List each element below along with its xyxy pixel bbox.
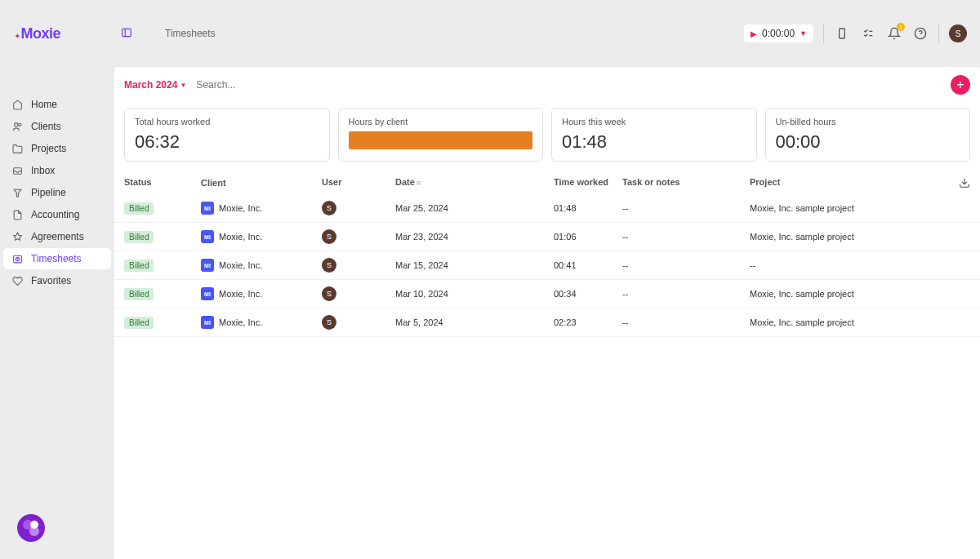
sidebar-item-accounting[interactable]: Accounting — [3, 204, 111, 225]
sidebar-item-inbox[interactable]: Inbox — [3, 160, 111, 181]
th-status[interactable]: Status — [124, 177, 201, 189]
cell-task: -- — [622, 232, 750, 242]
chevron-down-icon: ▼ — [180, 82, 186, 89]
device-icon[interactable] — [834, 25, 850, 42]
th-date[interactable]: Date≡ — [395, 177, 554, 189]
status-badge: Billed — [124, 260, 154, 272]
chevron-down-icon: ▼ — [800, 29, 807, 38]
breadcrumb: Timesheets — [165, 28, 216, 39]
status-badge: Billed — [124, 288, 154, 300]
notifications-icon[interactable]: 1 — [886, 25, 902, 42]
sort-icon: ≡ — [416, 179, 421, 187]
client-name: Moxie, Inc. — [219, 232, 262, 242]
sidebar-item-label: Home — [31, 99, 57, 110]
sidebar-item-label: Pipeline — [31, 187, 66, 198]
sidebar-item-pipeline[interactable]: Pipeline — [3, 182, 111, 203]
table-row[interactable]: Billed MIMoxie, Inc. S Mar 25, 2024 01:4… — [114, 194, 980, 223]
client-name: Moxie, Inc. — [219, 289, 262, 299]
clients-icon — [11, 122, 23, 132]
projects-icon — [11, 144, 23, 154]
help-icon[interactable] — [912, 25, 929, 42]
user-avatar: S — [322, 286, 336, 301]
cell-project: Moxie, Inc. sample project — [750, 289, 951, 299]
status-badge: Billed — [124, 317, 154, 329]
timer-value: 0:00:00 — [762, 28, 795, 39]
stat-total-hours: Total hours worked 06:32 — [124, 108, 330, 162]
home-icon — [11, 100, 23, 110]
client-name: Moxie, Inc. — [219, 260, 262, 270]
user-avatar: S — [322, 201, 336, 215]
svg-marker-10 — [14, 189, 21, 197]
th-user[interactable]: User — [322, 177, 395, 189]
table-row[interactable]: Billed MIMoxie, Inc. S Mar 10, 2024 00:3… — [114, 280, 980, 308]
cell-project: Moxie, Inc. sample project — [750, 232, 951, 242]
stat-label: Hours this week — [562, 117, 746, 126]
status-badge: Billed — [124, 202, 154, 215]
cell-task: -- — [622, 203, 750, 213]
sidebar-item-label: Favorites — [31, 275, 71, 286]
user-avatar: S — [322, 258, 336, 273]
play-icon: ▶ — [751, 29, 757, 38]
stat-hours-by-client: Hours by client — [338, 108, 544, 162]
client-tag: MI — [201, 230, 214, 243]
sidebar-item-label: Inbox — [31, 165, 55, 176]
floating-chat-icon[interactable] — [16, 513, 46, 543]
cell-date: Mar 10, 2024 — [395, 289, 554, 299]
sidebar: Home Clients Projects Inbox Pipeline Acc… — [0, 67, 114, 559]
cell-time: 02:23 — [554, 317, 622, 327]
accounting-icon — [11, 210, 23, 220]
notification-badge: 1 — [897, 23, 905, 31]
stat-value: 06:32 — [135, 131, 319, 153]
svg-rect-0 — [122, 29, 131, 36]
favorites-icon — [11, 276, 23, 286]
sidebar-item-label: Projects — [31, 143, 66, 154]
cell-date: Mar 25, 2024 — [395, 203, 554, 213]
stat-unbilled-hours: Un-billed hours 00:00 — [765, 108, 971, 162]
sidebar-toggle-icon[interactable] — [121, 27, 132, 41]
agreements-icon — [11, 232, 23, 242]
th-time-worked[interactable]: Time worked — [554, 177, 622, 189]
cell-date: Mar 15, 2024 — [395, 260, 554, 270]
month-selector[interactable]: March 2024 ▼ — [124, 79, 186, 91]
th-client[interactable]: Client — [201, 177, 322, 189]
user-avatar: S — [322, 229, 336, 244]
svg-rect-2 — [840, 29, 845, 38]
cell-project: Moxie, Inc. sample project — [750, 317, 951, 327]
sidebar-item-home[interactable]: Home — [3, 94, 111, 115]
cell-date: Mar 23, 2024 — [395, 232, 554, 242]
sidebar-item-timesheets[interactable]: Timesheets — [3, 248, 111, 269]
sidebar-item-agreements[interactable]: Agreements — [3, 226, 111, 247]
add-button[interactable]: + — [951, 75, 970, 95]
table-row[interactable]: Billed MIMoxie, Inc. S Mar 5, 2024 02:23… — [114, 308, 980, 337]
timer-widget[interactable]: ▶ 0:00:00 ▼ — [744, 24, 813, 42]
table-row[interactable]: Billed MIMoxie, Inc. S Mar 15, 2024 00:4… — [114, 251, 980, 280]
user-avatar[interactable]: S — [949, 24, 967, 42]
pipeline-icon — [11, 188, 23, 198]
sidebar-item-favorites[interactable]: Favorites — [3, 270, 111, 291]
client-name: Moxie, Inc. — [219, 203, 262, 213]
th-project[interactable]: Project — [750, 177, 951, 189]
cell-project: -- — [750, 260, 951, 270]
table-row[interactable]: Billed MIMoxie, Inc. S Mar 23, 2024 01:0… — [114, 223, 980, 251]
stat-label: Hours by client — [349, 117, 533, 126]
search-input[interactable] — [196, 79, 941, 91]
sidebar-item-projects[interactable]: Projects — [3, 138, 111, 159]
cell-time: 01:48 — [554, 203, 622, 213]
sidebar-item-label: Clients — [31, 121, 61, 132]
sidebar-item-label: Accounting — [31, 209, 79, 220]
month-label: March 2024 — [124, 79, 177, 91]
cell-time: 00:34 — [554, 289, 622, 299]
cell-time: 01:06 — [554, 232, 622, 242]
svg-point-17 — [30, 521, 38, 529]
status-badge: Billed — [124, 231, 154, 243]
th-task[interactable]: Task or notes — [622, 177, 750, 189]
svg-point-7 — [14, 122, 17, 126]
download-icon[interactable] — [951, 177, 970, 189]
stat-value: 00:00 — [776, 131, 960, 153]
checklist-icon[interactable] — [860, 25, 876, 42]
sidebar-item-clients[interactable]: Clients — [3, 116, 111, 137]
divider — [823, 24, 824, 43]
cell-date: Mar 5, 2024 — [395, 317, 554, 327]
client-bar-chart — [349, 131, 533, 149]
main-content: March 2024 ▼ + Total hours worked 06:32 … — [114, 67, 980, 559]
